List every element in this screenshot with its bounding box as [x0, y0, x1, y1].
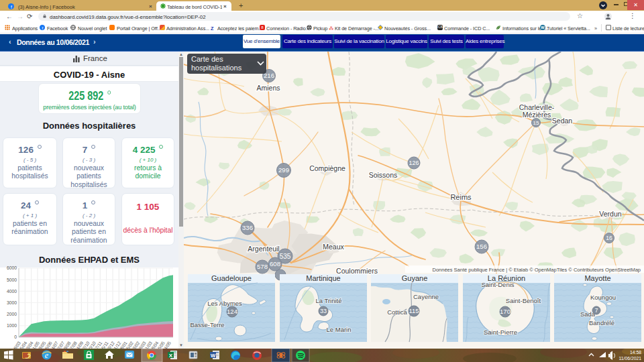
svg-text:Basse-Terre: Basse-Terre	[190, 321, 224, 328]
svg-text:Mézières: Mézières	[523, 111, 551, 119]
svg-text:608: 608	[270, 260, 280, 267]
svg-text:f: f	[42, 25, 44, 30]
svg-text:33: 33	[320, 308, 327, 314]
svg-text:124: 124	[227, 308, 237, 315]
svg-text:2000: 2000	[7, 312, 17, 316]
svg-text:Argenteuil: Argenteuil	[248, 245, 279, 253]
svg-text:W: W	[211, 353, 216, 359]
svg-text:Données Santé publique France: Données Santé publique France | © Etalab…	[433, 267, 641, 273]
svg-text:6000: 6000	[7, 265, 17, 270]
svg-text:Coulommiers: Coulommiers	[336, 267, 378, 275]
svg-text:299: 299	[278, 166, 289, 174]
svg-text:Saint-Denis: Saint-Denis	[481, 281, 514, 288]
svg-text:535: 535	[280, 253, 291, 260]
svg-text:Soissons: Soissons	[369, 171, 398, 179]
svg-text:578: 578	[257, 263, 268, 270]
svg-text:4000: 4000	[7, 289, 17, 294]
svg-text:Saint-Benoît: Saint-Benoît	[506, 297, 541, 304]
svg-text:115: 115	[409, 307, 419, 314]
svg-text:1000: 1000	[7, 323, 17, 328]
svg-text:Guyane: Guyane	[402, 274, 428, 282]
svg-text:Mayotte: Mayotte	[584, 274, 610, 282]
svg-text:Carte des: Carte des	[191, 55, 223, 63]
svg-text:Sedan: Sedan	[552, 117, 573, 125]
svg-text:X: X	[169, 353, 173, 359]
svg-text:5000: 5000	[7, 278, 17, 282]
svg-text:126: 126	[409, 160, 419, 166]
svg-text:Bandrélé: Bandrélé	[589, 319, 614, 326]
svg-text:156: 156	[476, 243, 487, 250]
svg-text:Guadeloupe: Guadeloupe	[211, 274, 252, 282]
svg-text:Le Marin: Le Marin	[327, 326, 352, 333]
svg-text:La Trinité: La Trinité	[315, 297, 341, 304]
svg-text:Meaux: Meaux	[323, 243, 344, 251]
svg-text:336: 336	[242, 224, 253, 231]
svg-text:3000: 3000	[7, 300, 17, 305]
svg-text:7: 7	[595, 307, 598, 314]
svg-text:Koungou: Koungou	[590, 294, 616, 301]
svg-text:Cayenne: Cayenne	[413, 293, 439, 300]
svg-text:hospitalisations: hospitalisations	[191, 64, 242, 72]
svg-text:Saint-Pierre: Saint-Pierre	[484, 328, 517, 336]
svg-text:Amiens: Amiens	[256, 84, 280, 92]
svg-text:Reims: Reims	[450, 193, 472, 201]
svg-text:Les Abymes: Les Abymes	[207, 300, 242, 307]
svg-text:f: f	[11, 5, 12, 9]
svg-text:Cottica: Cottica	[387, 308, 407, 316]
svg-text:16: 16	[606, 235, 612, 241]
svg-text:Verdun: Verdun	[599, 210, 621, 218]
svg-text:W: W	[541, 25, 545, 29]
svg-text:Martinique: Martinique	[306, 274, 340, 282]
svg-text:15: 15	[533, 120, 539, 126]
svg-text:0: 0	[14, 335, 17, 339]
svg-text:Compiègne: Compiègne	[309, 164, 345, 172]
svg-text:170: 170	[500, 308, 511, 315]
